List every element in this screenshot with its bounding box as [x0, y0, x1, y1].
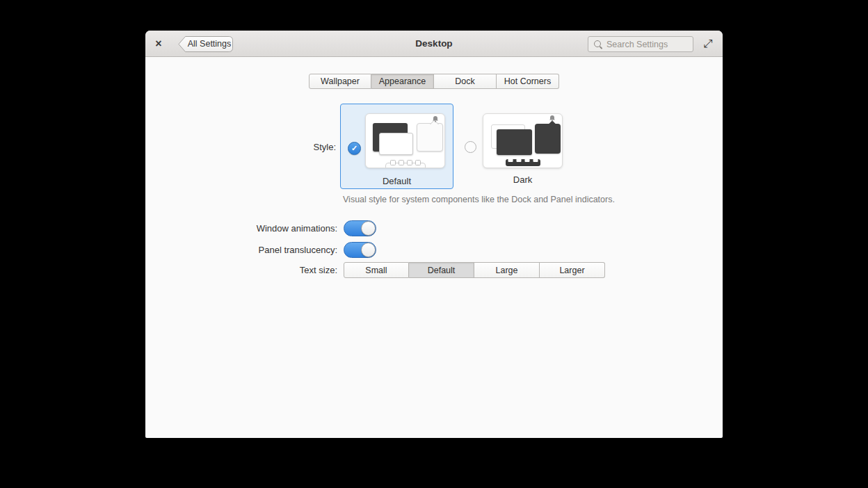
expand-icon[interactable]: ⤢ — [701, 31, 715, 57]
radio-checked-icon[interactable]: ✓ — [348, 142, 361, 155]
tab-appearance[interactable]: Appearance — [371, 74, 434, 89]
search-placeholder: Search Settings — [606, 40, 668, 49]
search-input[interactable]: Search Settings — [588, 36, 693, 52]
preview-popover — [417, 123, 443, 152]
style-option-default[interactable]: ✓ Default — [340, 104, 453, 189]
category-tabbar: Wallpaper Appearance Dock Hot Corners — [309, 74, 559, 89]
style-option-dark[interactable] — [483, 113, 563, 168]
text-size-default[interactable]: Default — [409, 262, 474, 278]
preview-dark-window — [497, 129, 532, 155]
style-description: Visual style for system components like … — [343, 195, 615, 204]
style-label: Style: — [145, 142, 336, 152]
text-size-segmented-control: Small Default Large Larger — [344, 262, 605, 278]
tab-hot-corners[interactable]: Hot Corners — [497, 74, 559, 89]
settings-window: × All Settings Desktop Search Settings ⤢… — [145, 31, 723, 438]
preview-dock-icons — [508, 157, 538, 162]
bell-icon — [549, 115, 555, 122]
preview-dock-icons — [390, 160, 421, 165]
radio-unchecked-dark[interactable] — [465, 141, 476, 153]
default-style-preview — [365, 113, 445, 168]
text-size-small[interactable]: Small — [344, 262, 409, 278]
tab-wallpaper[interactable]: Wallpaper — [309, 74, 371, 89]
window-animations-toggle[interactable] — [344, 220, 376, 236]
style-option-default-label: Default — [341, 176, 453, 186]
search-icon — [593, 40, 603, 49]
toggle-knob — [361, 221, 376, 236]
tab-dock[interactable]: Dock — [434, 74, 497, 89]
text-size-label: Text size: — [145, 265, 337, 275]
preview-popover — [535, 124, 561, 154]
text-size-large[interactable]: Large — [474, 262, 540, 278]
panel-translucency-label: Panel translucency: — [145, 245, 337, 255]
preview-light-window — [379, 133, 413, 155]
toggle-knob — [361, 243, 376, 257]
window-animations-label: Window animations: — [145, 223, 337, 234]
text-size-larger[interactable]: Larger — [540, 262, 605, 278]
header-bar: × All Settings Desktop Search Settings ⤢ — [145, 31, 723, 57]
bell-icon — [433, 116, 438, 122]
panel-translucency-toggle[interactable] — [344, 242, 376, 258]
style-option-dark-label: Dark — [483, 174, 563, 185]
